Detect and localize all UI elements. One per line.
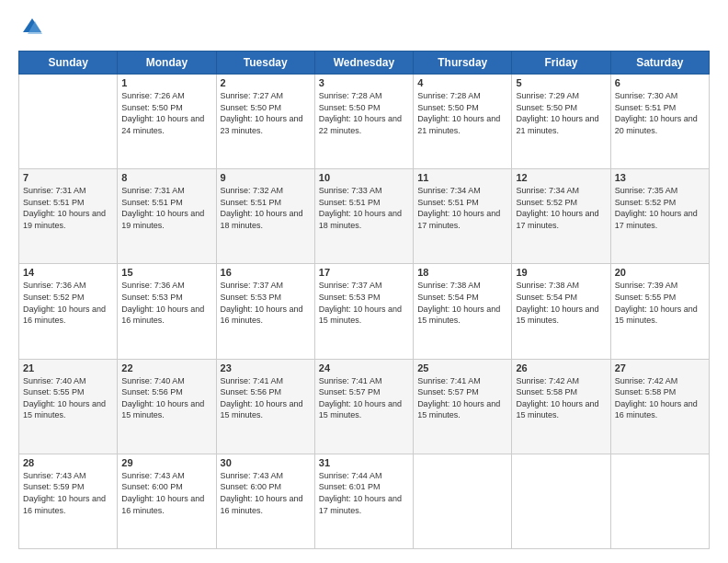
calendar-cell: 10Sunrise: 7:33 AMSunset: 5:51 PMDayligh… <box>314 169 413 264</box>
day-number: 10 <box>319 172 409 183</box>
logo <box>18 14 50 41</box>
calendar-cell: 6Sunrise: 7:30 AMSunset: 5:51 PMDaylight… <box>610 75 709 169</box>
day-info: Sunrise: 7:31 AMSunset: 5:51 PMDaylight:… <box>121 185 211 231</box>
day-info: Sunrise: 7:40 AMSunset: 5:56 PMDaylight:… <box>121 375 211 421</box>
calendar-cell: 16Sunrise: 7:37 AMSunset: 5:53 PMDayligh… <box>216 264 314 359</box>
day-number: 2 <box>221 77 311 88</box>
day-info: Sunrise: 7:32 AMSunset: 5:51 PMDaylight:… <box>221 185 311 231</box>
day-number: 26 <box>516 362 606 373</box>
day-info: Sunrise: 7:43 AMSunset: 6:00 PMDaylight:… <box>221 470 311 516</box>
day-number: 15 <box>121 267 211 278</box>
day-info: Sunrise: 7:41 AMSunset: 5:57 PMDaylight:… <box>319 375 409 421</box>
calendar-cell: 23Sunrise: 7:41 AMSunset: 5:56 PMDayligh… <box>216 359 314 454</box>
day-number: 24 <box>319 362 409 373</box>
calendar-cell: 27Sunrise: 7:42 AMSunset: 5:58 PMDayligh… <box>610 359 709 454</box>
calendar-cell: 8Sunrise: 7:31 AMSunset: 5:51 PMDaylight… <box>118 169 216 264</box>
day-number: 1 <box>121 77 211 88</box>
day-info: Sunrise: 7:27 AMSunset: 5:50 PMDaylight:… <box>221 90 311 136</box>
day-info: Sunrise: 7:40 AMSunset: 5:55 PMDaylight:… <box>23 375 113 421</box>
day-number: 31 <box>319 457 409 468</box>
calendar-cell: 28Sunrise: 7:43 AMSunset: 5:59 PMDayligh… <box>19 454 118 548</box>
weekday-header-thursday: Thursday <box>414 52 512 75</box>
calendar-cell: 13Sunrise: 7:35 AMSunset: 5:52 PMDayligh… <box>610 169 709 264</box>
day-number: 17 <box>319 267 409 278</box>
day-info: Sunrise: 7:30 AMSunset: 5:51 PMDaylight:… <box>615 90 705 136</box>
calendar-week-2: 14Sunrise: 7:36 AMSunset: 5:52 PMDayligh… <box>19 264 710 359</box>
day-number: 16 <box>221 267 311 278</box>
day-info: Sunrise: 7:35 AMSunset: 5:52 PMDaylight:… <box>615 185 705 231</box>
day-number: 18 <box>417 267 507 278</box>
day-info: Sunrise: 7:43 AMSunset: 5:59 PMDaylight:… <box>23 470 113 516</box>
weekday-header-saturday: Saturday <box>610 52 709 75</box>
day-number: 21 <box>23 362 113 373</box>
day-info: Sunrise: 7:39 AMSunset: 5:55 PMDaylight:… <box>615 280 705 326</box>
calendar-cell: 7Sunrise: 7:31 AMSunset: 5:51 PMDaylight… <box>19 169 118 264</box>
calendar-cell: 2Sunrise: 7:27 AMSunset: 5:50 PMDaylight… <box>216 75 314 169</box>
day-info: Sunrise: 7:37 AMSunset: 5:53 PMDaylight:… <box>221 280 311 326</box>
weekday-header-monday: Monday <box>118 52 216 75</box>
day-info: Sunrise: 7:37 AMSunset: 5:53 PMDaylight:… <box>319 280 409 326</box>
calendar-week-3: 21Sunrise: 7:40 AMSunset: 5:55 PMDayligh… <box>19 359 710 454</box>
day-number: 25 <box>417 362 507 373</box>
day-number: 20 <box>615 267 705 278</box>
calendar-cell: 22Sunrise: 7:40 AMSunset: 5:56 PMDayligh… <box>118 359 216 454</box>
day-info: Sunrise: 7:33 AMSunset: 5:51 PMDaylight:… <box>319 185 409 231</box>
day-number: 9 <box>221 172 311 183</box>
day-info: Sunrise: 7:36 AMSunset: 5:53 PMDaylight:… <box>121 280 211 326</box>
calendar-body: 1Sunrise: 7:26 AMSunset: 5:50 PMDaylight… <box>19 75 710 549</box>
calendar-cell: 4Sunrise: 7:28 AMSunset: 5:50 PMDaylight… <box>414 75 512 169</box>
day-info: Sunrise: 7:31 AMSunset: 5:51 PMDaylight:… <box>23 185 113 231</box>
day-number: 4 <box>417 77 507 88</box>
weekday-header-sunday: Sunday <box>19 52 118 75</box>
day-info: Sunrise: 7:42 AMSunset: 5:58 PMDaylight:… <box>516 375 606 421</box>
day-number: 29 <box>121 457 211 468</box>
day-number: 30 <box>221 457 311 468</box>
day-info: Sunrise: 7:36 AMSunset: 5:52 PMDaylight:… <box>23 280 113 326</box>
day-number: 23 <box>221 362 311 373</box>
calendar-cell: 31Sunrise: 7:44 AMSunset: 6:01 PMDayligh… <box>314 454 413 548</box>
day-info: Sunrise: 7:29 AMSunset: 5:50 PMDaylight:… <box>516 90 606 136</box>
calendar-week-4: 28Sunrise: 7:43 AMSunset: 5:59 PMDayligh… <box>19 454 710 548</box>
calendar-cell <box>512 454 610 548</box>
day-number: 11 <box>417 172 507 183</box>
calendar-header-row: SundayMondayTuesdayWednesdayThursdayFrid… <box>19 52 710 75</box>
day-number: 14 <box>23 267 113 278</box>
day-info: Sunrise: 7:38 AMSunset: 5:54 PMDaylight:… <box>516 280 606 326</box>
calendar-cell: 26Sunrise: 7:42 AMSunset: 5:58 PMDayligh… <box>512 359 610 454</box>
day-number: 22 <box>121 362 211 373</box>
calendar-cell: 20Sunrise: 7:39 AMSunset: 5:55 PMDayligh… <box>610 264 709 359</box>
weekday-header-wednesday: Wednesday <box>314 52 413 75</box>
header <box>18 14 710 41</box>
calendar-cell: 25Sunrise: 7:41 AMSunset: 5:57 PMDayligh… <box>414 359 512 454</box>
day-info: Sunrise: 7:44 AMSunset: 6:01 PMDaylight:… <box>319 470 409 516</box>
calendar-cell: 1Sunrise: 7:26 AMSunset: 5:50 PMDaylight… <box>118 75 216 169</box>
calendar-week-0: 1Sunrise: 7:26 AMSunset: 5:50 PMDaylight… <box>19 75 710 169</box>
day-info: Sunrise: 7:41 AMSunset: 5:56 PMDaylight:… <box>221 375 311 421</box>
day-info: Sunrise: 7:38 AMSunset: 5:54 PMDaylight:… <box>417 280 507 326</box>
page: SundayMondayTuesdayWednesdayThursdayFrid… <box>0 0 728 563</box>
calendar-cell <box>610 454 709 548</box>
calendar-cell: 24Sunrise: 7:41 AMSunset: 5:57 PMDayligh… <box>314 359 413 454</box>
day-info: Sunrise: 7:34 AMSunset: 5:52 PMDaylight:… <box>516 185 606 231</box>
day-info: Sunrise: 7:43 AMSunset: 6:00 PMDaylight:… <box>121 470 211 516</box>
day-info: Sunrise: 7:26 AMSunset: 5:50 PMDaylight:… <box>121 90 211 136</box>
weekday-header-tuesday: Tuesday <box>216 52 314 75</box>
calendar-cell: 21Sunrise: 7:40 AMSunset: 5:55 PMDayligh… <box>19 359 118 454</box>
day-number: 3 <box>319 77 409 88</box>
calendar-cell: 3Sunrise: 7:28 AMSunset: 5:50 PMDaylight… <box>314 75 413 169</box>
calendar-cell: 17Sunrise: 7:37 AMSunset: 5:53 PMDayligh… <box>314 264 413 359</box>
calendar-cell: 9Sunrise: 7:32 AMSunset: 5:51 PMDaylight… <box>216 169 314 264</box>
day-number: 8 <box>121 172 211 183</box>
calendar-cell: 18Sunrise: 7:38 AMSunset: 5:54 PMDayligh… <box>414 264 512 359</box>
day-info: Sunrise: 7:42 AMSunset: 5:58 PMDaylight:… <box>615 375 705 421</box>
day-number: 19 <box>516 267 606 278</box>
calendar-cell: 19Sunrise: 7:38 AMSunset: 5:54 PMDayligh… <box>512 264 610 359</box>
calendar-cell: 29Sunrise: 7:43 AMSunset: 6:00 PMDayligh… <box>118 454 216 548</box>
day-info: Sunrise: 7:41 AMSunset: 5:57 PMDaylight:… <box>417 375 507 421</box>
calendar-cell: 30Sunrise: 7:43 AMSunset: 6:00 PMDayligh… <box>216 454 314 548</box>
day-number: 13 <box>615 172 705 183</box>
day-number: 27 <box>615 362 705 373</box>
day-number: 28 <box>23 457 113 468</box>
weekday-header-friday: Friday <box>512 52 610 75</box>
calendar-table: SundayMondayTuesdayWednesdayThursdayFrid… <box>18 51 710 549</box>
